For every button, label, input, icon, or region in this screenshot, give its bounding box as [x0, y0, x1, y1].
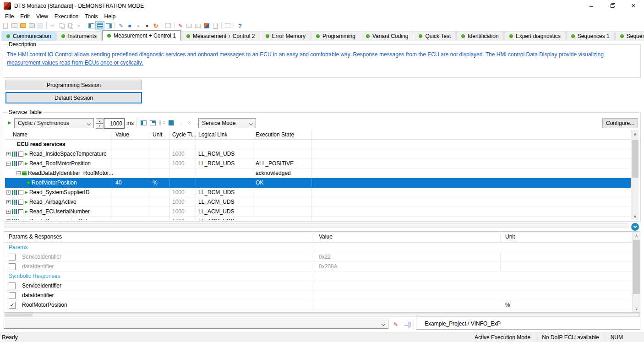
tab-programming[interactable]: Programming	[311, 31, 360, 41]
configure-button[interactable]: Configure...	[602, 118, 638, 128]
scrollbar-thumb[interactable]	[632, 140, 639, 178]
table-scrollbar[interactable]: ∧ ∨	[631, 130, 639, 220]
fill-square-icon[interactable]	[167, 119, 175, 127]
tab-identification[interactable]: Identification	[456, 31, 503, 41]
stepper-down-button[interactable]: ▼	[96, 124, 104, 129]
network-icon[interactable]	[202, 22, 211, 30]
command-select[interactable]	[4, 319, 388, 329]
response-checkbox[interactable]	[9, 292, 16, 299]
copy-icon[interactable]	[57, 22, 65, 30]
collapse-icon[interactable]: −	[16, 171, 21, 175]
tab-instruments[interactable]: Instruments	[56, 31, 102, 41]
expand-icon[interactable]: +	[6, 219, 11, 221]
scroll-down-icon[interactable]: ∨	[633, 304, 640, 312]
column-unit[interactable]: Unit	[501, 232, 515, 242]
column-execution-state[interactable]: Execution State	[253, 130, 312, 139]
table-row-selected[interactable]: RoofMotorPosition 40 % OK	[5, 178, 631, 188]
run-play-icon[interactable]: ▶	[8, 120, 11, 125]
response-row[interactable]: ✓RoofMotorPosition %	[4, 300, 640, 310]
delete-icon[interactable]: ×	[75, 22, 83, 30]
table-row[interactable]: − ✓ ▶ Read_RoofMotorPosition 1000 LL_RCM…	[5, 159, 631, 168]
marker-icon[interactable]: ✎	[176, 22, 185, 30]
row-checkbox-checked[interactable]: ✓	[18, 161, 23, 166]
column-name[interactable]: Name	[5, 130, 113, 139]
table-row[interactable]: + ▶ Read_InsideSpaceTemperature 1000 LL_…	[5, 149, 631, 159]
response-checkbox-checked[interactable]: ✓	[9, 302, 16, 309]
open-project-icon[interactable]	[10, 22, 18, 30]
params-scrollbar[interactable]: ∧ ∨	[632, 232, 640, 312]
table-row[interactable]: + ▶ Read_ECUserialNumber 1000 LL_ACM_UDS	[5, 207, 631, 217]
response-row[interactable]: ServiceIdentifier	[4, 281, 640, 291]
tab-variant-coding[interactable]: Variant Coding	[361, 31, 414, 41]
minimize-button[interactable]: –	[581, 0, 602, 12]
start-diagnostics-icon[interactable]: ✎	[117, 22, 125, 30]
column-value[interactable]: Value	[113, 130, 150, 139]
scrollbar-thumb[interactable]	[633, 240, 640, 294]
programming-session-button[interactable]: Programming Session	[5, 80, 142, 90]
monitor-icon[interactable]	[194, 22, 202, 30]
remove-icon[interactable]: ×	[186, 119, 193, 127]
login-arrow-icon[interactable]: →	[403, 320, 411, 329]
row-checkbox[interactable]	[18, 152, 23, 157]
table-group-row[interactable]: ECU read services	[5, 140, 631, 149]
tab-communication[interactable]: Communication	[1, 31, 56, 41]
tab-expert-diagnostics[interactable]: Expert diagnostics	[504, 31, 566, 41]
horizontal-scrollbar[interactable]	[4, 223, 628, 228]
param-checkbox[interactable]	[9, 263, 16, 270]
collapse-icon[interactable]: −	[6, 162, 11, 166]
tab-sequences-1[interactable]: Sequences 1	[566, 31, 615, 41]
menu-execution[interactable]: Execution	[51, 12, 82, 21]
pause-icon[interactable]: ●	[134, 22, 142, 30]
table-row[interactable]: − ReadDataByIdentifier_RoofMotor... ackn…	[5, 168, 631, 178]
cut-icon[interactable]: ✂	[49, 22, 57, 30]
params-horizontal-scrollbar[interactable]	[4, 313, 640, 317]
column-cycle-time[interactable]: Cycle Ti...	[170, 130, 196, 139]
checklist-icon[interactable]	[158, 119, 166, 127]
menu-edit[interactable]: Edit	[17, 12, 33, 21]
expand-icon[interactable]: +	[6, 190, 11, 195]
table-row[interactable]: + ▶ Read_AirbagActive 1000 LL_ACM_UDS	[5, 197, 631, 207]
response-checkbox[interactable]	[9, 282, 16, 289]
column-params-responses[interactable]: Params & Responses	[4, 232, 314, 242]
table-row[interactable]: + ▶ Read_ProgrammingDate 1000 LL_ACM_UDS	[5, 217, 631, 220]
menu-help[interactable]: Help	[101, 12, 119, 21]
screenshot-icon[interactable]	[164, 22, 172, 30]
tab-sequences-2[interactable]: Sequences 2	[615, 31, 644, 41]
layout-rows-icon[interactable]	[96, 22, 104, 30]
expand-panel-button[interactable]	[631, 223, 639, 231]
close-button[interactable]: ×	[623, 0, 644, 12]
panel-left-icon[interactable]	[140, 119, 147, 127]
response-row[interactable]: dataIdentifier	[4, 291, 640, 300]
cycle-time-input[interactable]	[104, 118, 125, 129]
refresh-icon[interactable]: ↻	[152, 22, 160, 30]
tab-measurement-control-2[interactable]: Measurement + Control 2	[181, 31, 260, 41]
record-icon[interactable]: ●	[143, 22, 151, 30]
help-icon[interactable]: ?	[236, 22, 244, 30]
send-pen-icon[interactable]: ✎	[392, 320, 400, 329]
default-session-button[interactable]: Default Session	[5, 92, 142, 103]
tab-error-memory[interactable]: Error Memory	[261, 31, 311, 41]
stop-icon[interactable]: ■	[126, 22, 134, 30]
scroll-up-icon[interactable]: ∧	[631, 130, 639, 138]
tab-quick-test[interactable]: Quick Test	[414, 31, 456, 41]
scroll-up-icon[interactable]: ∧	[633, 232, 640, 239]
row-checkbox[interactable]	[18, 200, 23, 205]
menu-tools[interactable]: Tools	[82, 12, 101, 21]
remote-monitor-icon[interactable]	[185, 22, 193, 30]
cycle-mode-select[interactable]: Cyclic / Synchronous	[14, 118, 94, 128]
param-row[interactable]: ServiceIdentifier 0x22	[4, 252, 640, 262]
row-checkbox[interactable]	[18, 209, 23, 214]
param-row[interactable]: dataIdentifier 0x208A	[4, 262, 640, 271]
column-value[interactable]: Value	[314, 232, 501, 242]
scroll-down-icon[interactable]: ∨	[631, 212, 639, 220]
new-file-icon[interactable]	[1, 22, 10, 30]
expand-icon[interactable]: +	[6, 210, 11, 214]
param-checkbox[interactable]	[9, 254, 16, 261]
open-folder-icon[interactable]	[27, 22, 36, 30]
tab-measurement-control-1[interactable]: Measurement + Control 1	[102, 30, 181, 41]
restore-button[interactable]	[602, 0, 623, 12]
menu-view[interactable]: View	[33, 12, 51, 21]
column-unit[interactable]: Unit	[150, 130, 170, 139]
layout-right-icon[interactable]	[104, 22, 113, 30]
params-section-row[interactable]: Params	[4, 243, 640, 252]
